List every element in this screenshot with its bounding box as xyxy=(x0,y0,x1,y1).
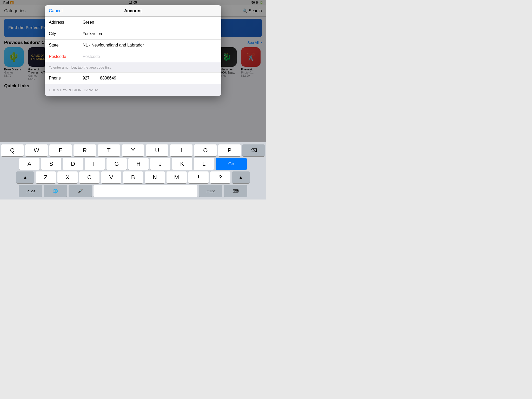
keyboard-row-1: Q W E R T Y U I O P ⌫ xyxy=(1,144,265,156)
cancel-button[interactable]: Cancel xyxy=(49,8,63,14)
state-label: State xyxy=(49,43,83,48)
numeric-toggle-left[interactable]: .?123 xyxy=(19,185,42,197)
key-h[interactable]: H xyxy=(128,158,149,170)
key-a[interactable]: A xyxy=(19,158,39,170)
go-button[interactable]: Go xyxy=(216,158,247,170)
phone-number[interactable]: 8838649 xyxy=(100,76,116,81)
modal-title: Account xyxy=(124,8,142,14)
key-g[interactable]: G xyxy=(107,158,127,170)
key-d[interactable]: D xyxy=(63,158,83,170)
phone-area-code[interactable]: 927 xyxy=(83,76,96,81)
keyboard-dismiss-key[interactable]: ⌨ xyxy=(224,185,247,197)
state-value[interactable]: NL - Newfoundland and Labrador xyxy=(83,43,217,48)
key-x[interactable]: X xyxy=(57,171,78,183)
key-p[interactable]: P xyxy=(218,144,241,156)
key-c[interactable]: C xyxy=(79,171,99,183)
keyboard-row-3: ▲ Z X C V B N M ! ? ▲ xyxy=(1,171,265,183)
address-value[interactable]: Green xyxy=(83,20,217,25)
phone-row: Phone 927 8838649 xyxy=(45,72,221,84)
hint-text: To enter a number, tap the area code fir… xyxy=(49,65,111,69)
key-m[interactable]: M xyxy=(167,171,187,183)
key-v[interactable]: V xyxy=(101,171,121,183)
key-k[interactable]: K xyxy=(172,158,192,170)
globe-key[interactable]: 🌐 xyxy=(44,185,67,197)
key-u[interactable]: U xyxy=(146,144,168,156)
key-question[interactable]: ? xyxy=(210,171,230,183)
key-l[interactable]: L xyxy=(194,158,214,170)
key-i[interactable]: I xyxy=(170,144,192,156)
key-y[interactable]: Y xyxy=(122,144,144,156)
postcode-input[interactable] xyxy=(83,54,217,59)
modal-header: Cancel Account xyxy=(45,5,221,17)
hint-row: To enter a number, tap the area code fir… xyxy=(45,62,221,72)
phone-divider xyxy=(98,76,98,81)
key-s[interactable]: S xyxy=(41,158,61,170)
country-row: COUNTRY/REGION: CANADA xyxy=(45,84,221,96)
postcode-label: Postcode xyxy=(49,54,83,59)
key-e[interactable]: E xyxy=(49,144,72,156)
state-row: State NL - Newfoundland and Labrador xyxy=(45,39,221,51)
key-b[interactable]: B xyxy=(123,171,143,183)
key-q[interactable]: Q xyxy=(1,144,24,156)
key-f[interactable]: F xyxy=(85,158,105,170)
postcode-row[interactable]: Postcode xyxy=(45,51,221,62)
account-modal: Cancel Account Address Green City Yoskar… xyxy=(45,5,221,96)
mic-key[interactable]: 🎤 xyxy=(69,185,92,197)
space-key[interactable] xyxy=(94,185,197,197)
city-value[interactable]: Yoskar Ioa xyxy=(83,31,217,36)
key-n[interactable]: N xyxy=(145,171,165,183)
key-r[interactable]: R xyxy=(74,144,96,156)
phone-label: Phone xyxy=(49,76,83,81)
numeric-toggle-right[interactable]: .?123 xyxy=(199,185,222,197)
address-row: Address Green xyxy=(45,17,221,28)
address-label: Address xyxy=(49,20,83,25)
key-t[interactable]: T xyxy=(98,144,120,156)
key-z[interactable]: Z xyxy=(36,171,56,183)
country-text: COUNTRY/REGION: CANADA xyxy=(49,88,98,92)
key-j[interactable]: J xyxy=(150,158,170,170)
city-label: City xyxy=(49,31,83,36)
shift-left-key[interactable]: ▲ xyxy=(16,171,34,183)
backspace-key[interactable]: ⌫ xyxy=(242,144,265,156)
key-exclaim[interactable]: ! xyxy=(188,171,209,183)
keyboard: Q W E R T Y U I O P ⌫ A S D F G H J K L … xyxy=(0,142,266,200)
key-w[interactable]: W xyxy=(25,144,48,156)
shift-right-key[interactable]: ▲ xyxy=(232,171,250,183)
keyboard-row-2: A S D F G H J K L Go xyxy=(1,158,265,170)
key-o[interactable]: O xyxy=(194,144,217,156)
city-row: City Yoskar Ioa xyxy=(45,28,221,39)
keyboard-bottom-row: .?123 🌐 🎤 .?123 ⌨ xyxy=(1,185,265,197)
